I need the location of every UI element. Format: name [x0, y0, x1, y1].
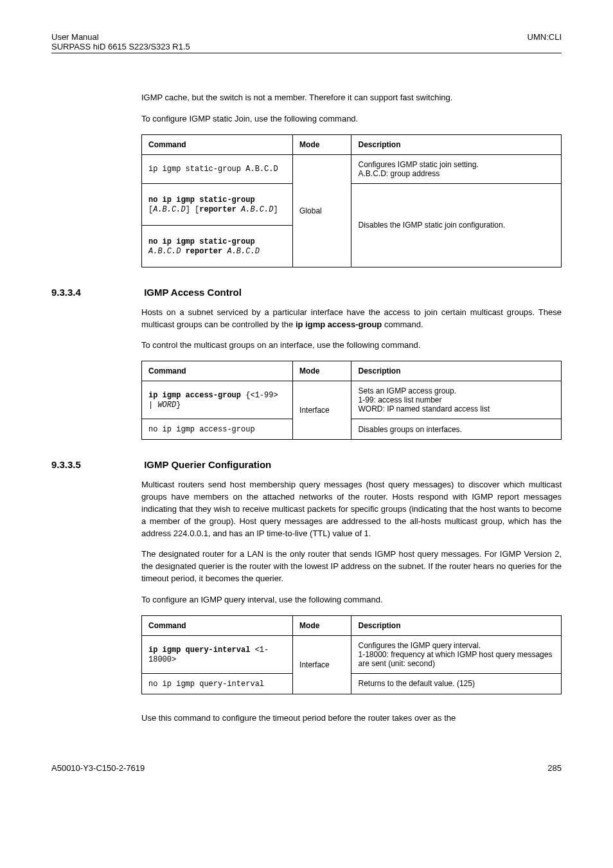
table-row: no ip igmp access-group Disables groups …	[142, 419, 562, 440]
cell-command: ip igmp access-group {<1-99> | WORD}	[142, 381, 293, 419]
intro-para-2: To configure IGMP static Join, use the f…	[141, 113, 562, 125]
cmd-text: no ip igmp access-group	[148, 425, 255, 434]
table-igmp-static-join: Command Mode Description ip igmp static-…	[141, 134, 562, 267]
cmd-text: ip igmp static-group A.B.C.D	[148, 165, 278, 174]
header-left-line2: SURPASS hiD 6615 S223/S323 R1.5	[51, 42, 190, 51]
cell-description: Configures IGMP static join setting. A.B…	[351, 154, 562, 183]
sec3-para-3: To configure an IGMP query interval, use…	[141, 594, 562, 606]
sec3-para-1: Multicast routers send host membership q…	[141, 479, 562, 539]
table-row: no ip igmp query-interval Returns to the…	[142, 673, 562, 694]
table-row: Command Mode Description	[142, 134, 562, 154]
section-number: 9.3.3.5	[51, 459, 141, 470]
cmd-text: ip igmp query-interval <1-18000>	[148, 646, 269, 664]
th-mode: Mode	[293, 134, 351, 154]
cell-description: Sets an IGMP access group. 1-99: access …	[351, 381, 562, 419]
th-command: Command	[142, 361, 293, 381]
table-row: ip igmp access-group {<1-99> | WORD} Int…	[142, 381, 562, 419]
outro-para-1: Use this command to configure the timeou…	[141, 712, 562, 725]
section-title: IGMP Access Control	[144, 287, 242, 298]
cell-command: ip igmp query-interval <1-18000>	[142, 635, 293, 673]
cell-description: Returns to the default value. (125)	[351, 673, 562, 694]
cell-command: no ip igmp access-group	[142, 419, 293, 440]
table-row: ip igmp static-group A.B.C.D Global Conf…	[142, 154, 562, 183]
th-description: Description	[351, 615, 562, 635]
cell-command: no ip igmp static-group [A.B.C.D] [repor…	[142, 183, 293, 225]
section-title: IGMP Querier Configuration	[144, 459, 271, 470]
cmd-text: no ip igmp query-interval	[148, 680, 264, 689]
text-span: command.	[382, 320, 423, 329]
header-right: UMN:CLI	[528, 32, 562, 51]
cmd-text: no ip igmp static-group [A.B.C.D] [repor…	[148, 195, 278, 214]
table-row: Command Mode Description	[142, 361, 562, 381]
cell-description: Configures the IGMP query interval. 1-18…	[351, 635, 562, 673]
cell-description: Disables groups on interfaces.	[351, 419, 562, 440]
cell-mode: Interface	[293, 381, 351, 440]
table-igmp-access-group: Command Mode Description ip igmp access-…	[141, 361, 562, 440]
cell-command: ip igmp static-group A.B.C.D	[142, 154, 293, 183]
footer-left: A50010-Y3-C150-2-7619	[51, 763, 145, 773]
section-number: 9.3.3.4	[51, 287, 141, 298]
th-description: Description	[351, 134, 562, 154]
th-command: Command	[142, 134, 293, 154]
table-row: ip igmp query-interval <1-18000> Interfa…	[142, 635, 562, 673]
cmd-text: ip igmp access-group {<1-99> | WORD}	[148, 391, 278, 410]
th-mode: Mode	[293, 361, 351, 381]
section-heading-querier-config: 9.3.3.5 IGMP Querier Configuration	[51, 459, 562, 470]
cmd-text: no ip igmp static-group A.B.C.D reporter…	[148, 237, 260, 256]
cell-command: no ip igmp query-interval	[142, 673, 293, 694]
cell-description: Disables the IGMP static join configurat…	[351, 183, 562, 267]
sec2-para-1: Hosts on a subnet serviced by a particul…	[141, 307, 562, 331]
table-igmp-query-interval: Command Mode Description ip igmp query-i…	[141, 615, 562, 694]
cell-mode: Interface	[293, 635, 351, 694]
table-row: no ip igmp static-group [A.B.C.D] [repor…	[142, 183, 562, 225]
cell-command: no ip igmp static-group A.B.C.D reporter…	[142, 225, 293, 267]
table-row: Command Mode Description	[142, 615, 562, 635]
sec2-para-2: To control the multicast groups on an in…	[141, 339, 562, 352]
intro-para-1: IGMP cache, but the switch is not a memb…	[141, 92, 562, 104]
footer-page-number: 285	[547, 763, 562, 773]
th-description: Description	[351, 361, 562, 381]
section-heading-access-control: 9.3.3.4 IGMP Access Control	[51, 287, 562, 298]
cell-mode: Global	[293, 154, 351, 267]
cmd-inline: ip igmp access-group	[296, 320, 382, 329]
th-command: Command	[142, 615, 293, 635]
th-mode: Mode	[293, 615, 351, 635]
header-rule	[51, 53, 562, 53]
header-left-line1: User Manual	[51, 32, 190, 42]
sec3-para-2: The designated router for a LAN is the o…	[141, 548, 562, 585]
